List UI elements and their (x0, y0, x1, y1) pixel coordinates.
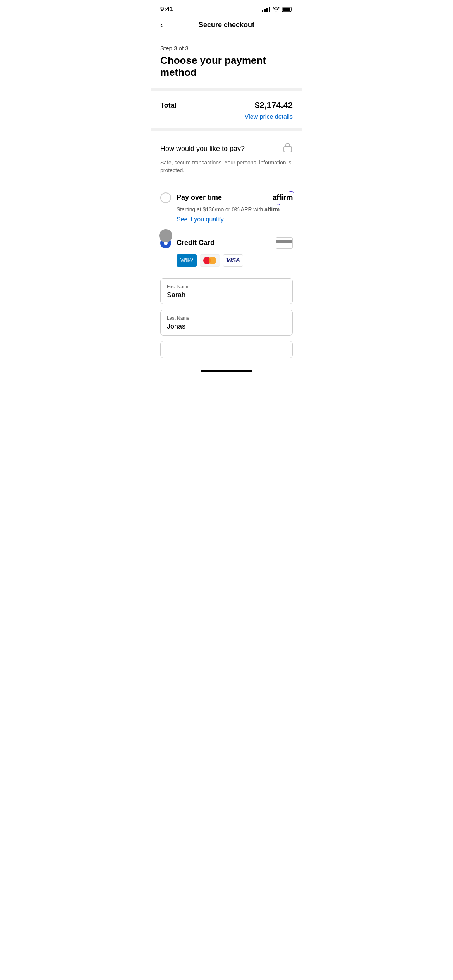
svg-rect-1 (283, 8, 290, 11)
lock-icon (283, 142, 293, 155)
wifi-icon (273, 7, 280, 12)
affirm-subtitle: Starting at $136/mo or 0% APR with affir… (160, 206, 293, 214)
see-if-qualify-link[interactable]: See if you qualify (160, 216, 293, 223)
affirm-logo: affirm (272, 193, 293, 202)
signal-bars-icon (262, 7, 270, 12)
credit-card-icon (276, 237, 293, 249)
payment-section: How would you like to pay? Safe, secure … (151, 131, 302, 278)
status-icons (262, 7, 293, 12)
svg-rect-2 (292, 9, 293, 10)
card-number-field[interactable] (160, 341, 293, 358)
battery-icon (282, 7, 293, 12)
first-name-field[interactable]: First Name Sarah (160, 278, 293, 304)
step-heading: Choose your payment method (160, 55, 293, 79)
page-title: Secure checkout (199, 21, 254, 29)
back-button[interactable]: ‹ (157, 19, 166, 32)
payment-question: How would you like to pay? (160, 145, 245, 153)
status-bar: 9:41 (151, 0, 302, 16)
mastercard-badge (200, 254, 220, 267)
credit-card-label: Credit Card (177, 239, 214, 247)
affirm-inline-logo: affirm (264, 206, 280, 214)
svg-rect-3 (284, 147, 292, 152)
last-name-label: Last Name (167, 315, 286, 321)
status-time: 9:41 (160, 5, 173, 13)
amex-badge: AMERICAN EXPRESS (177, 254, 197, 267)
pay-over-time-radio[interactable] (160, 192, 171, 203)
first-name-value: Sarah (167, 291, 286, 299)
nav-bar: ‹ Secure checkout (151, 16, 302, 34)
view-price-details-link[interactable]: View price details (160, 113, 293, 120)
total-section: Total $2,174.42 View price details (151, 91, 302, 128)
first-name-label: First Name (167, 284, 286, 290)
total-amount: $2,174.42 (255, 100, 293, 110)
step-label: Step 3 of 3 (160, 45, 293, 51)
home-indicator (151, 366, 302, 375)
credit-card-option[interactable]: Credit Card AMERICAN EXPRESS VISA (160, 230, 293, 271)
step-section: Step 3 of 3 Choose your payment method (151, 34, 302, 88)
section-divider-2 (151, 128, 302, 131)
form-section: First Name Sarah Last Name Jonas (151, 278, 302, 358)
total-label: Total (160, 101, 177, 110)
home-bar (201, 370, 252, 372)
card-brands: AMERICAN EXPRESS VISA (160, 254, 293, 267)
pay-over-time-label: Pay over time (177, 194, 222, 202)
payment-secure-text: Safe, secure transactions. Your personal… (160, 159, 293, 174)
last-name-value: Jonas (167, 322, 286, 331)
last-name-field[interactable]: Last Name Jonas (160, 310, 293, 336)
section-divider-1 (151, 88, 302, 91)
pay-over-time-option[interactable]: Pay over time affirm Starting at $136/mo… (160, 185, 293, 230)
visa-badge: VISA (223, 254, 243, 267)
